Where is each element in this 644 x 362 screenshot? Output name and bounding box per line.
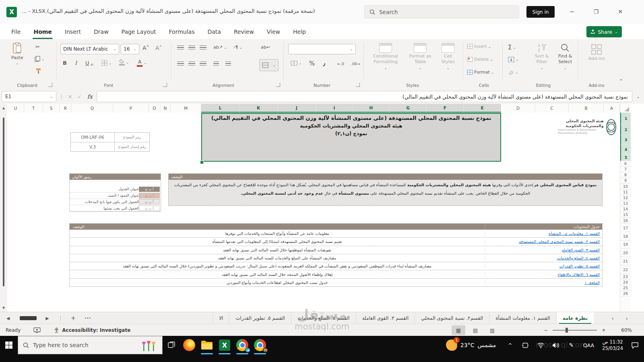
action-center-icon[interactable] [628, 336, 642, 354]
row-headers[interactable]: 1234567891011121314151617181920212223242… [620, 113, 631, 312]
number-dialog-launcher[interactable] [356, 83, 360, 87]
ribbon-tab-review[interactable]: Review [227, 24, 260, 39]
column-header-E[interactable]: E [464, 104, 501, 113]
row-header-17[interactable]: 17 [620, 224, 631, 232]
row-header-8[interactable]: 8 [620, 172, 631, 178]
name-box[interactable]: E1 ⌄ [2, 91, 56, 102]
toc-link-5[interactable]: القسم ٥. تطوير القدرات [485, 264, 602, 268]
shrink-font-button[interactable]: A˅ [155, 45, 162, 51]
column-header-M[interactable]: M [171, 104, 201, 113]
row-header-4[interactable]: 4 [620, 145, 631, 154]
scroll-down-icon[interactable]: ▼ [0, 304, 7, 312]
column-headers[interactable]: UTSRQPONMLKJIHGFEDCBA [7, 104, 620, 113]
row-header-7[interactable]: 7 [620, 167, 631, 172]
firefox-taskbar-icon[interactable] [180, 336, 198, 354]
toc-link-2[interactable]: القسم ٢. تقسم نسبة المحتوى المحلي المسته… [485, 239, 602, 244]
add-ins-button[interactable]: Add-ins [584, 44, 609, 61]
row-header-18[interactable]: 18 [620, 232, 631, 241]
close-button[interactable]: ✕ [611, 0, 630, 23]
cancel-entry-icon[interactable]: ✕ [66, 94, 74, 100]
decrease-decimal-button[interactable]: .00→ [351, 62, 360, 66]
scroll-up-icon[interactable]: ▲ [0, 104, 7, 112]
italic-button[interactable]: I [75, 60, 77, 66]
minimize-button[interactable]: ─ [563, 0, 581, 23]
column-header-A[interactable]: A [604, 104, 620, 113]
row-header-6[interactable]: 6 [620, 161, 631, 167]
row-header-19[interactable]: 19 [620, 241, 631, 249]
toc-link-3[interactable]: القسم ٣. القوى العاملة [485, 248, 602, 252]
row-header-3[interactable]: 3 [620, 135, 631, 145]
accounting-format-button[interactable]: ⌄ [291, 61, 302, 66]
ribbon-tab-draw[interactable]: Draw [87, 24, 115, 39]
vertical-scrollbar[interactable]: ▲ ▼ [0, 104, 8, 312]
maximize-button[interactable]: ❐ [587, 0, 605, 23]
underline-button[interactable]: U⌄ [85, 60, 93, 66]
row-header-14[interactable]: 14 [620, 206, 631, 212]
row-header-11[interactable]: 11 [620, 189, 631, 195]
toc-link-6[interactable]: القسم ٦. الإهلاك والإطفاء [485, 272, 602, 277]
ribbon-tab-data[interactable]: Data [201, 24, 227, 39]
conditional-formatting-button[interactable]: Conditional Formatting ⌄ [368, 43, 403, 70]
column-header-U[interactable]: U [7, 104, 24, 113]
percent-style-button[interactable]: % [309, 60, 315, 67]
column-header-P[interactable]: P [113, 104, 149, 113]
ribbon-tab-help[interactable]: Help [287, 24, 312, 39]
sheet-tab-7[interactable]: الا [213, 312, 229, 324]
share-button[interactable]: Share ⌄ [586, 26, 622, 37]
toc-link-7[interactable]: الملحق ١ [485, 280, 602, 285]
toc-link-4[interactable]: القسم ٤. السلع والخدمات [485, 256, 602, 260]
align-left-button[interactable] [177, 62, 184, 66]
row-header-24[interactable]: 24 [620, 280, 631, 285]
fill-button[interactable]: ⌄ [508, 57, 519, 62]
search-highlight-tulips-icon[interactable] [140, 338, 157, 352]
format-as-table-button[interactable]: Format as Table ⌄ [406, 43, 435, 70]
expand-formula-bar-icon[interactable]: ⌄ [634, 94, 642, 99]
sheet-tab-3[interactable]: القسم٢. نسبة المحتوى المحلي [415, 312, 489, 324]
align-middle-button[interactable] [188, 45, 195, 50]
insert-function-icon[interactable]: fx [85, 93, 95, 100]
row-header-9[interactable]: 9 [620, 178, 631, 183]
fill-handle[interactable] [200, 160, 204, 164]
decrease-indent-button[interactable] [213, 62, 219, 66]
chrome-profile-taskbar-icon[interactable]: m [251, 336, 269, 354]
row-header-25[interactable]: 25 [620, 285, 631, 291]
ribbon-tab-view[interactable]: View [260, 24, 287, 39]
confirm-entry-icon[interactable]: ✓ [76, 94, 83, 100]
bold-button[interactable]: B [63, 60, 67, 66]
clock[interactable]: 11:32 ص 25/03/24 [599, 339, 626, 352]
format-cells-button[interactable]: Format ⌄ [467, 70, 494, 75]
file-explorer-taskbar-icon[interactable] [198, 336, 216, 354]
ribbon-tab-formulas[interactable]: Formulas [163, 24, 201, 39]
increase-decimal-button[interactable]: ←.0 [337, 62, 344, 66]
font-name-combo[interactable]: DIN Next LT Arabic⌄ [60, 44, 119, 54]
all-sheets-button[interactable]: ••• [80, 312, 95, 324]
column-header-I[interactable]: I [316, 104, 353, 113]
column-header-L[interactable]: L [201, 104, 239, 113]
column-header-Q[interactable]: Q [72, 104, 113, 113]
zoom-out-icon[interactable]: − [544, 327, 548, 333]
align-top-button[interactable] [177, 45, 184, 50]
zoom-slider[interactable] [553, 330, 597, 331]
sheet-tab-1[interactable]: نظرة عامة [556, 312, 594, 324]
toc-link-1[interactable]: القسم ١. معلومات عن المنشأة [485, 231, 602, 236]
chrome-taskbar-icon[interactable]: ◄ [233, 336, 251, 354]
column-header-K[interactable]: K [239, 104, 278, 113]
weather-widget[interactable]: 1 23°C مشمس [440, 336, 502, 354]
accessibility-status[interactable]: Accessibility: Investigate [62, 327, 130, 333]
orientation-button[interactable]: ab↗⌄ [213, 45, 227, 50]
column-header-C[interactable]: C [535, 104, 569, 113]
horizontal-scrollbar-thumb[interactable] [20, 316, 37, 320]
cut-button[interactable]: ✂ [35, 44, 40, 50]
font-dialog-launcher[interactable] [163, 83, 167, 87]
align-center-button[interactable] [188, 62, 195, 66]
tray-expand-icon[interactable]: ^ [503, 336, 517, 354]
delete-cells-button[interactable]: Delete ⌄ [467, 57, 493, 62]
column-header-J[interactable]: J [278, 104, 316, 113]
zoom-level[interactable]: 60% [621, 327, 632, 333]
row-header-26[interactable]: 26 [620, 291, 631, 296]
zoom-in-icon[interactable]: + [602, 327, 606, 333]
ribbon-tab-file[interactable]: File [5, 24, 27, 39]
number-format-combo[interactable]: ⌄ [288, 44, 356, 54]
ribbon-tab-home[interactable]: Home [27, 24, 58, 39]
increase-indent-button[interactable] [225, 62, 231, 66]
